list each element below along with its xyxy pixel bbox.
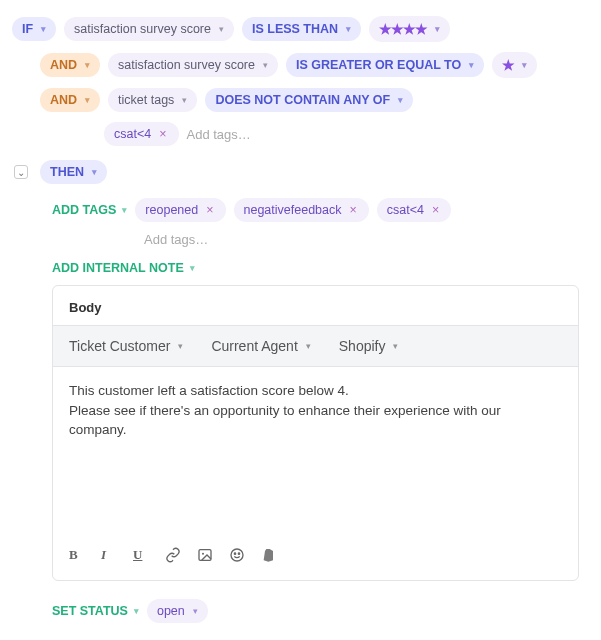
editor-toolbar: B I U [53, 537, 578, 580]
condition-value-stars[interactable]: ★ ▾ [492, 52, 537, 78]
and-keyword[interactable]: AND ▾ [40, 88, 100, 112]
variable-bar: Ticket Customer ▾ Current Agent ▾ Shopif… [53, 325, 578, 367]
italic-icon[interactable]: I [101, 547, 117, 563]
add-tags-input[interactable]: Add tags… [144, 232, 208, 247]
remove-tag-icon[interactable]: × [204, 203, 215, 217]
tag-chip[interactable]: negativefeedback × [234, 198, 369, 222]
chevron-down-icon: ▾ [85, 60, 90, 70]
shopify-icon[interactable] [261, 547, 277, 566]
svg-point-3 [234, 553, 235, 554]
var-current-agent[interactable]: Current Agent ▾ [211, 338, 310, 354]
condition-field[interactable]: satisfaction survey score ▾ [64, 17, 234, 41]
remove-tag-icon[interactable]: × [348, 203, 359, 217]
link-icon[interactable] [165, 547, 181, 566]
add-internal-note-action[interactable]: ADD INTERNAL NOTE ▾ [52, 261, 195, 275]
chevron-down-icon: ▾ [122, 205, 127, 215]
emoji-icon[interactable] [229, 547, 245, 566]
chevron-down-icon: ▾ [398, 95, 403, 105]
condition-value-stars[interactable]: ★★★★ ▾ [369, 16, 450, 42]
svg-point-1 [202, 553, 204, 555]
svg-point-2 [231, 549, 243, 561]
image-icon[interactable] [197, 547, 213, 566]
chevron-down-icon: ▾ [85, 95, 90, 105]
chevron-down-icon: ▾ [435, 24, 440, 34]
chevron-down-icon: ▾ [190, 263, 195, 273]
note-body-editor: Body Ticket Customer ▾ Current Agent ▾ S… [52, 285, 579, 581]
condition-operator[interactable]: IS LESS THAN ▾ [242, 17, 361, 41]
svg-rect-0 [199, 550, 211, 561]
tag-chip[interactable]: reopened × [135, 198, 225, 222]
body-title: Body [53, 286, 578, 325]
status-value[interactable]: open ▾ [147, 599, 208, 623]
editor-line: Please see if there's an opportunity to … [69, 401, 562, 440]
remove-tag-icon[interactable]: × [430, 203, 441, 217]
chevron-down-icon: ▾ [182, 95, 187, 105]
chevron-down-icon: ▾ [522, 60, 527, 70]
if-keyword[interactable]: IF ▾ [12, 17, 56, 41]
then-keyword[interactable]: THEN ▾ [40, 160, 107, 184]
if-label: IF [22, 22, 33, 36]
tag-chip[interactable]: csat<4 × [377, 198, 452, 222]
remove-tag-icon[interactable]: × [157, 127, 168, 141]
condition-field[interactable]: ticket tags ▾ [108, 88, 197, 112]
chevron-down-icon: ▾ [134, 606, 139, 616]
collapse-toggle[interactable]: ⌄ [14, 165, 28, 179]
var-shopify[interactable]: Shopify ▾ [339, 338, 399, 354]
add-tags-action[interactable]: ADD TAGS ▾ [52, 203, 127, 217]
chevron-down-icon: ▾ [193, 606, 198, 616]
tag-chip[interactable]: csat<4 × [104, 122, 179, 146]
chevron-down-icon: ▾ [346, 24, 351, 34]
chevron-down-icon: ▾ [92, 167, 97, 177]
chevron-down-icon: ▾ [178, 341, 183, 351]
chevron-down-icon: ▾ [306, 341, 311, 351]
var-ticket-customer[interactable]: Ticket Customer ▾ [69, 338, 183, 354]
bold-icon[interactable]: B [69, 547, 85, 563]
chevron-down-icon: ▾ [469, 60, 474, 70]
chevron-down-icon: ▾ [393, 341, 398, 351]
editor-line: This customer left a satisfaction score … [69, 381, 562, 401]
chevron-down-icon: ▾ [263, 60, 268, 70]
svg-point-4 [238, 553, 239, 554]
condition-field[interactable]: satisfaction survey score ▾ [108, 53, 278, 77]
add-tags-input[interactable]: Add tags… [187, 127, 251, 142]
and-keyword[interactable]: AND ▾ [40, 53, 100, 77]
editor-textarea[interactable]: This customer left a satisfaction score … [53, 367, 578, 537]
set-status-action[interactable]: SET STATUS ▾ [52, 604, 139, 618]
underline-icon[interactable]: U [133, 547, 149, 563]
chevron-down-icon: ▾ [41, 24, 46, 34]
chevron-down-icon: ▾ [219, 24, 224, 34]
condition-operator[interactable]: DOES NOT CONTAIN ANY OF ▾ [205, 88, 413, 112]
condition-operator[interactable]: IS GREATER OR EQUAL TO ▾ [286, 53, 484, 77]
